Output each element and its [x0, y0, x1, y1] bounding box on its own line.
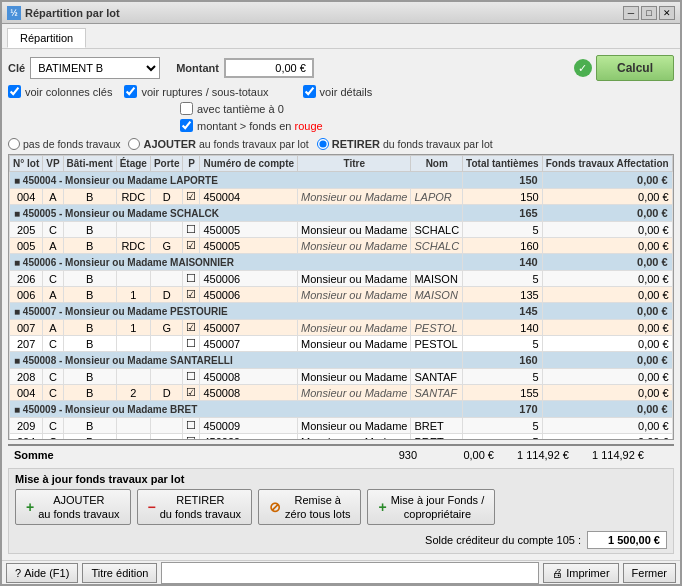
montant-section: Montant 0,00 € — [176, 58, 314, 78]
group-total: 160 — [463, 352, 543, 369]
table-row[interactable]: 007 A B 1 G ☑ 450007 Monsieur ou Madame … — [10, 320, 675, 336]
cell-n: 005 — [10, 238, 43, 254]
cell-etage — [116, 434, 150, 441]
radio-row: pas de fonds travaux AJOUTER au fonds tr… — [8, 138, 674, 150]
table-row[interactable]: 005 A B RDC G ☑ 450005 Monsieur ou Madam… — [10, 238, 675, 254]
titre-edition-button[interactable]: Titre édition — [82, 563, 157, 583]
cell-p: ☑ — [183, 189, 200, 205]
radio-retirer-input[interactable] — [317, 138, 329, 150]
cell-etage: RDC — [116, 238, 150, 254]
th-fa: Fonds travaux Affectation — [542, 156, 672, 172]
cell-p: ☐ — [183, 369, 200, 385]
cell-porte: D — [150, 189, 183, 205]
maj-fonds-text: Mise à jour Fonds / copropriétaire — [391, 493, 485, 522]
cb-voir-details-input[interactable] — [303, 85, 316, 98]
cb-voir-ruptures-input[interactable] — [124, 85, 137, 98]
cell-bat: B — [63, 287, 116, 303]
table-row[interactable]: 204 C B ☐ 450009 Monsieur ou Madame BRET… — [10, 434, 675, 441]
cell-etage: 2 — [116, 385, 150, 401]
table-row[interactable]: 208 C B ☐ 450008 Monsieur ou Madame SANT… — [10, 369, 675, 385]
th-nom: Nom — [411, 156, 463, 172]
btn-remise-zero[interactable]: ⊘ Remise à zéro tous lots — [258, 489, 361, 525]
cell-fa: 0,00 € — [542, 222, 672, 238]
btn-maj-fonds[interactable]: + Mise à jour Fonds / copropriétaire — [367, 489, 495, 525]
cell-porte: G — [150, 238, 183, 254]
cell-titre: Monsieur ou Madame — [298, 189, 411, 205]
group-total: 145 — [463, 303, 543, 320]
radio-retirer-label: RETIRER du fonds travaux par lot — [332, 138, 493, 150]
maximize-button[interactable]: □ — [641, 6, 657, 20]
cb-avec-tantieme: avec tantième à 0 — [180, 102, 284, 115]
group-header-row: ■ 450007 - Monsieur ou Madame PESTOURIE … — [10, 303, 675, 320]
cell-num: 450009 — [200, 418, 298, 434]
group-total: 150 — [463, 172, 543, 189]
cell-titre: Monsieur ou Madame — [298, 238, 411, 254]
remise-label1: Remise à — [285, 493, 350, 507]
calcul-button[interactable]: Calcul — [596, 55, 674, 81]
cell-nom: MAISON — [411, 287, 463, 303]
titre-edition-label: Titre édition — [91, 567, 148, 579]
table-row[interactable]: 205 C B ☐ 450005 Monsieur ou Madame SCHA… — [10, 222, 675, 238]
cell-titre: Monsieur ou Madame — [298, 385, 411, 401]
cell-num: 450008 — [200, 385, 298, 401]
radio-ajouter-input[interactable] — [128, 138, 140, 150]
group-fc: 203,80 € — [672, 401, 674, 418]
cell-nom: SANTAF — [411, 385, 463, 401]
cell-bat: B — [63, 222, 116, 238]
table-row[interactable]: 209 C B ☐ 450009 Monsieur ou Madame BRET… — [10, 418, 675, 434]
cell-p: ☐ — [183, 336, 200, 352]
cell-vp: C — [43, 222, 63, 238]
plus-icon: + — [26, 499, 34, 515]
cell-vp: A — [43, 238, 63, 254]
th-vp: VP — [43, 156, 63, 172]
cell-fa: 0,00 € — [542, 287, 672, 303]
tab-repartition[interactable]: Répartition — [7, 28, 86, 48]
minimize-button[interactable]: ─ — [623, 6, 639, 20]
btn-ajouter-fonds[interactable]: + AJOUTER au fonds travaux — [15, 489, 131, 525]
cell-nom: SCHALC — [411, 238, 463, 254]
fermer-label: Fermer — [632, 567, 667, 579]
minus-icon: − — [148, 499, 156, 515]
cell-etage — [116, 271, 150, 287]
radio-pas-fonds-input[interactable] — [8, 138, 20, 150]
cell-vp: C — [43, 369, 63, 385]
checkbox-row1: voir colonnes clés voir ruptures / sous-… — [8, 85, 674, 98]
radio-retirer: RETIRER du fonds travaux par lot — [317, 138, 493, 150]
table-row[interactable]: 004 C B 2 D ☑ 450008 Monsieur ou Madame … — [10, 385, 675, 401]
cell-vp: C — [43, 271, 63, 287]
cell-titre: Monsieur ou Madame — [298, 336, 411, 352]
somme-fc: 1 114,92 € — [504, 449, 569, 461]
table-row[interactable]: 206 C B ☐ 450006 Monsieur ou Madame MAIS… — [10, 271, 675, 287]
maj-label1: Mise à jour Fonds / — [391, 493, 485, 507]
cb-montant-rouge-input[interactable] — [180, 119, 193, 132]
imprimer-button[interactable]: 🖨 Imprimer — [543, 563, 618, 583]
cell-fa: 0,00 € — [542, 418, 672, 434]
cb-voir-ruptures: voir ruptures / sous-totaux — [124, 85, 268, 98]
checkbox-row3: montant > fonds en rouge — [8, 119, 674, 132]
retirer-label2: du fonds travaux — [160, 507, 241, 521]
cell-total: 5 — [463, 222, 543, 238]
cb-montant-rouge-label: montant > fonds en rouge — [197, 120, 323, 132]
table-row[interactable]: 207 C B ☐ 450007 Monsieur ou Madame PEST… — [10, 336, 675, 352]
radio-ajouter: AJOUTER au fonds travaux par lot — [128, 138, 308, 150]
close-button[interactable]: ✕ — [659, 6, 675, 20]
somme-nf: 1 114,92 € — [579, 449, 644, 461]
radio-pas-fonds-label: pas de fonds travaux — [23, 138, 120, 150]
cell-fa: 0,00 € — [542, 238, 672, 254]
cb-voir-colonnes: voir colonnes clés — [8, 85, 112, 98]
btn-retirer-fonds[interactable]: − RETIRER du fonds travaux — [137, 489, 253, 525]
table-row[interactable]: 004 A B RDC D ☑ 450004 Monsieur ou Madam… — [10, 189, 675, 205]
fonds-section: Mise à jour fonds travaux par lot + AJOU… — [8, 468, 674, 554]
montant-label: Montant — [176, 62, 219, 74]
status-input[interactable] — [161, 562, 539, 584]
fermer-button[interactable]: Fermer — [623, 563, 676, 583]
aide-button[interactable]: ? Aide (F1) — [6, 563, 78, 583]
th-total: Total tantièmes — [463, 156, 543, 172]
group-header-label: ■ 450007 - Monsieur ou Madame PESTOURIE — [10, 303, 463, 320]
table-row[interactable]: 006 A B 1 D ☑ 450006 Monsieur ou Madame … — [10, 287, 675, 303]
cb-voir-colonnes-input[interactable] — [8, 85, 21, 98]
group-header-row: ■ 450005 - Monsieur ou Madame SCHALCK 16… — [10, 205, 675, 222]
cb-avec-tantieme-input[interactable] — [180, 102, 193, 115]
cle-select[interactable]: BATIMENT B — [30, 57, 160, 79]
group-header-label: ■ 450009 - Monsieur ou Madame BRET — [10, 401, 463, 418]
